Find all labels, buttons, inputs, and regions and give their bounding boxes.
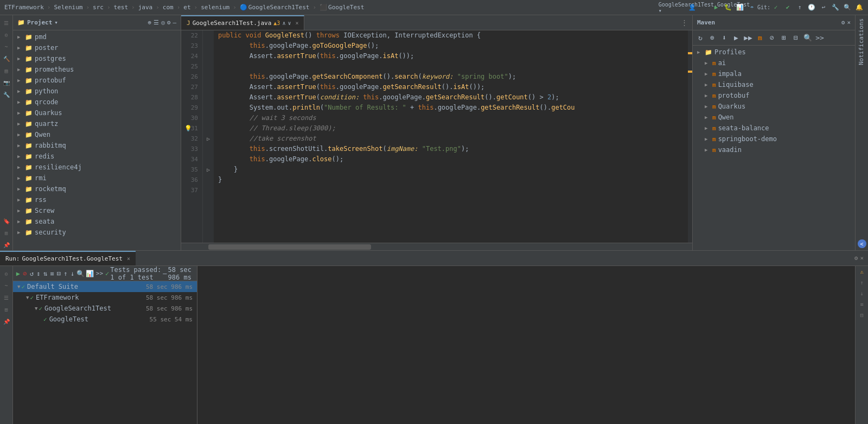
test-more-icon[interactable]: >>	[96, 270, 103, 277]
horizontal-scrollbar[interactable]	[181, 243, 692, 250]
bottom-icon-5[interactable]: 📌	[1, 316, 12, 327]
git-extra[interactable]: 🔧	[831, 3, 840, 12]
locate-icon[interactable]: ◎	[161, 19, 165, 26]
camera-icon[interactable]: 📷	[1, 77, 12, 88]
breadcrumb-et[interactable]: et	[183, 4, 190, 11]
settings-icon[interactable]: ⚙	[167, 19, 171, 26]
breadcrumb-src[interactable]: src	[93, 4, 104, 11]
tree-item-quartz[interactable]: ▶ 📁 quartz	[13, 118, 181, 129]
tree-item-rmi[interactable]: ▶ 📁 rmi	[13, 173, 181, 183]
tree-item-python[interactable]: ▶ 📁 python	[13, 86, 181, 97]
breadcrumb-file1[interactable]: 🔵 GoogleSearch1Test	[240, 4, 310, 11]
tree-item-security[interactable]: ▶ 📁 security	[13, 227, 181, 238]
breadcrumb-java[interactable]: java	[138, 4, 153, 11]
test-googlesearch1test[interactable]: ▼ ✓ GoogleSearch1Test 58 sec 986 ms	[13, 303, 197, 314]
maven-add-icon[interactable]: ⊕	[707, 34, 718, 42]
test-run-icon[interactable]: ▶	[15, 270, 21, 277]
bottom-close-icon[interactable]: ×	[860, 255, 864, 262]
run-config-selector[interactable]: GoogleSearch1Test.GoogleTest ▾	[700, 3, 709, 12]
notifications-side-tab[interactable]: Notifications	[856, 15, 868, 68]
maven-item-liquibase[interactable]: ▶ m Liquibase	[693, 79, 855, 90]
breadcrumb-selenium[interactable]: Selenium	[54, 4, 82, 11]
expand-all-icon[interactable]: ⊕	[148, 19, 152, 26]
commit-icon[interactable]: ⊙	[1, 29, 12, 40]
bottom-icon-4[interactable]: ⊞	[1, 304, 12, 315]
expand-side-button[interactable]: <	[858, 239, 866, 248]
maven-debug-icon[interactable]: ▶▶	[743, 34, 754, 42]
tree-item-prometheus[interactable]: ▶ 📁 prometheus	[13, 64, 181, 75]
layout-icon[interactable]: ⊞	[1, 227, 12, 238]
test-etframework[interactable]: ▼ ✓ ETFramework 58 sec 986 ms	[13, 292, 197, 303]
bottom-right-icon-4[interactable]: ≡	[857, 299, 867, 309]
maven-item-vaadin[interactable]: ▶ m vaadin	[693, 144, 855, 155]
wrench-icon[interactable]: 🔧	[1, 89, 12, 100]
test-rerun-icon[interactable]: ↺	[29, 270, 35, 277]
run-button[interactable]: ▶	[712, 3, 720, 12]
maven-item-ai[interactable]: ▶ m ai	[693, 58, 855, 68]
tree-item-qrcode[interactable]: ▶ 📁 qrcode	[13, 97, 181, 107]
test-googletest[interactable]: ✓ GoogleTest 55 sec 54 ms	[13, 314, 197, 325]
tree-item-rabbitmq[interactable]: ▶ 📁 rabbitmq	[13, 140, 181, 151]
tree-item-poster[interactable]: ▶ 📁 poster	[13, 42, 181, 53]
git-undo[interactable]: ↩	[819, 3, 828, 12]
bottom-right-icon-2[interactable]: ↑	[857, 277, 867, 288]
maven-download-icon[interactable]: ⬇	[719, 34, 730, 42]
minimize-icon[interactable]: —	[173, 19, 176, 26]
bottom-right-icon-3[interactable]: ↓	[857, 288, 867, 299]
tree-item-resilience4j[interactable]: ▶ 📁 resilience4j	[13, 162, 181, 173]
tree-item-seata[interactable]: ▶ 📁 seata	[13, 216, 181, 227]
maven-refresh-icon[interactable]: ↻	[695, 34, 706, 42]
build-icon[interactable]: 🔨	[1, 53, 12, 64]
test-stop-icon[interactable]: ⊘	[22, 270, 28, 277]
tree-item-redis[interactable]: ▶ 📁 redis	[13, 151, 181, 162]
maven-expand-icon[interactable]: ⊞	[778, 34, 789, 42]
test-sort2-icon[interactable]: ⇅	[42, 270, 48, 277]
profile-button[interactable]: 📊	[736, 3, 744, 12]
code-scroll[interactable]: 22 23 24 25 26 27 28 29 30 31 💡 32 33 34…	[181, 30, 692, 243]
bottom-icon-3[interactable]: ☰	[1, 292, 12, 303]
test-search-icon[interactable]: 🔍	[76, 270, 85, 277]
maven-collapse-icon[interactable]: ⊟	[790, 34, 801, 42]
pin-icon[interactable]: 📌	[1, 239, 12, 250]
code-content[interactable]: public void GoogleTest() throws IOExcept…	[214, 30, 688, 243]
breadcrumb-com[interactable]: com	[163, 4, 174, 11]
tree-item-quarkus[interactable]: ▶ 📁 Quarkus	[13, 107, 181, 118]
maven-item-qwen[interactable]: ▶ m Qwen	[693, 112, 855, 123]
git-checkmark[interactable]: ✓	[771, 3, 780, 12]
test-chart-icon[interactable]: 📊	[86, 270, 94, 277]
debug-button[interactable]: 🐛	[724, 3, 732, 12]
maven-search-icon[interactable]: 🔍	[802, 34, 813, 42]
git-tick[interactable]: ✔	[783, 3, 792, 12]
test-filter-icon[interactable]: ≡	[49, 270, 55, 277]
tab-down-icon[interactable]: ∨	[288, 20, 291, 26]
git-up[interactable]: ↑	[795, 3, 804, 12]
scrollbar-thumb[interactable]	[208, 244, 371, 250]
tree-item-qwen[interactable]: ▶ 📁 Qwen	[13, 129, 181, 140]
test-default-suite[interactable]: ▼ ✓ Default Suite 58 sec 986 ms	[13, 281, 197, 292]
breadcrumb-test[interactable]: test	[114, 4, 129, 11]
tree-item-postgres[interactable]: ▶ 📁 postgres	[13, 53, 181, 64]
git-history[interactable]: 🕐	[807, 3, 816, 12]
bookmark-icon[interactable]: 🔖	[1, 216, 12, 226]
project-dropdown-icon[interactable]: ▾	[54, 19, 58, 26]
maven-settings-icon[interactable]: ⚙	[841, 19, 845, 26]
collapse-all-icon[interactable]: ☰	[154, 19, 159, 26]
maven-letter-m[interactable]: m	[755, 34, 765, 42]
maven-item-quarkus[interactable]: ▶ m Quarkus	[693, 101, 855, 112]
structure-icon[interactable]: ☰	[1, 17, 12, 28]
maven-extra-icon[interactable]: >>	[814, 34, 825, 42]
maven-item-impala[interactable]: ▶ m impala	[693, 68, 855, 79]
tab-up-icon[interactable]: ∧	[282, 20, 285, 26]
tab-settings-icon[interactable]: ⋮	[681, 18, 688, 27]
tree-item-rocketmq[interactable]: ▶ 📁 rocketmq	[13, 183, 181, 194]
changes-icon[interactable]: ~	[1, 41, 12, 52]
bottom-icon-1[interactable]: ⊙	[1, 268, 12, 279]
terminal-icon[interactable]: ▤	[1, 65, 12, 76]
tab-googlesearch1test[interactable]: J GoogleSearch1Test.java ▲3 ∧ ∨ ×	[181, 15, 304, 30]
maven-item-protobuf[interactable]: ▶ m protobuf	[693, 90, 855, 101]
run-tab[interactable]: Run: GoogleSearch1Test.GoogleTest ×	[0, 251, 136, 265]
test-sort-icon[interactable]: ↕	[36, 270, 42, 277]
tab-close-button[interactable]: ×	[295, 20, 298, 26]
tree-item-protobuf[interactable]: ▶ 📁 protobuf	[13, 75, 181, 86]
run-tab-close[interactable]: ×	[127, 256, 130, 262]
